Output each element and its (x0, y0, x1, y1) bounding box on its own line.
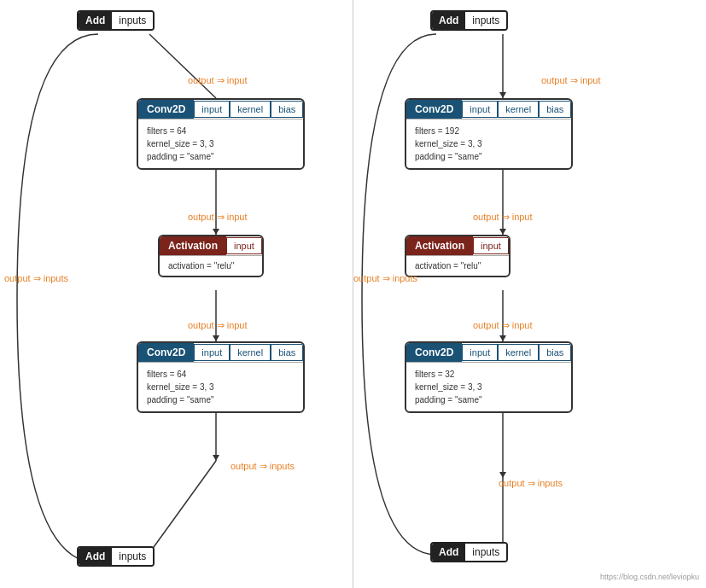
left-conv2d1-kernel-size: kernel_size = 3, 3 (147, 137, 295, 150)
right-conv2d2-input: input (462, 344, 498, 361)
left-conv2d1-filters: filters = 64 (147, 125, 295, 137)
right-conv2d-2: Conv2D input kernel bias filters = 32 ke… (405, 341, 573, 413)
left-conv2d1-bias: bias (271, 101, 303, 118)
right-svg-arrows (353, 0, 706, 588)
left-conv2d2-padding: padding = "same" (147, 393, 295, 406)
right-activation-value: activation = "relu" (415, 261, 500, 271)
left-conv2d1-padding: padding = "same" (147, 150, 295, 163)
left-conv2d2-kernel-size: kernel_size = 3, 3 (147, 381, 295, 393)
left-diagram: Add inputs output ⇒ input Conv2D input k… (0, 0, 353, 588)
left-arrow-label-4: output ⇒ inputs (230, 461, 295, 472)
right-add-top-label: Add (432, 12, 465, 29)
svg-marker-14 (499, 335, 506, 341)
svg-marker-6 (213, 455, 219, 461)
right-arrow-label-1: output ⇒ input (541, 75, 601, 86)
svg-marker-16 (499, 472, 506, 478)
left-arrow-side-label: output ⇒ inputs (4, 273, 68, 284)
right-diagram: Add inputs output ⇒ input Conv2D input k… (353, 0, 706, 588)
svg-marker-2 (213, 229, 219, 235)
svg-marker-4 (213, 335, 219, 341)
left-conv2d2-input: input (194, 344, 230, 361)
left-activation-value: activation = "relu" (168, 261, 254, 271)
right-conv2d-1: Conv2D input kernel bias filters = 192 k… (405, 98, 573, 170)
right-add-top: Add inputs (430, 10, 508, 31)
right-arrow-label-3: output ⇒ input (473, 320, 533, 331)
right-conv2d2-kernel-size: kernel_size = 3, 3 (415, 381, 563, 393)
right-conv2d1-filters: filters = 192 (415, 125, 563, 137)
right-arrow-label-4: output ⇒ inputs (499, 478, 563, 489)
right-conv2d1-bias: bias (539, 101, 571, 118)
left-arrow-label-3: output ⇒ input (188, 320, 248, 331)
left-activation-label: Activation (160, 236, 226, 255)
left-add-top-label: Add (79, 12, 112, 29)
left-conv2d2-bias: bias (271, 344, 303, 361)
left-conv2d1-input: input (194, 101, 230, 118)
right-conv2d1-kernel-size: kernel_size = 3, 3 (415, 137, 563, 150)
svg-marker-10 (499, 92, 506, 98)
right-arrow-side-label: output ⇒ inputs (353, 273, 417, 284)
left-add-top: Add inputs (77, 10, 155, 31)
right-conv2d1-label: Conv2D (406, 100, 462, 119)
diagram-container: Add inputs output ⇒ input Conv2D input k… (0, 0, 706, 588)
left-conv2d-2: Conv2D input kernel bias filters = 64 ke… (137, 341, 305, 413)
right-conv2d2-padding: padding = "same" (415, 393, 563, 406)
svg-marker-12 (499, 229, 506, 235)
right-add-bottom: Add inputs (430, 542, 508, 562)
left-arrow-label-1: output ⇒ input (188, 75, 248, 86)
svg-line-8 (149, 461, 216, 553)
right-conv2d2-bias: bias (539, 344, 571, 361)
right-add-bottom-inputs: inputs (465, 544, 506, 561)
watermark: https://blog.csdn.net/leviopku (600, 573, 699, 581)
left-conv2d2-filters: filters = 64 (147, 368, 295, 381)
right-activation-input: input (473, 237, 509, 254)
right-activation: Activation input activation = "relu" (405, 235, 511, 277)
svg-line-0 (149, 34, 216, 98)
left-conv2d2-kernel: kernel (230, 344, 271, 361)
left-arrow-label-2: output ⇒ input (188, 212, 248, 223)
right-conv2d2-label: Conv2D (406, 343, 462, 362)
right-conv2d2-filters: filters = 32 (415, 368, 563, 381)
right-add-bottom-label: Add (432, 544, 465, 561)
right-conv2d1-kernel: kernel (498, 101, 539, 118)
right-arrow-label-2: output ⇒ input (473, 212, 533, 223)
left-add-bottom-label: Add (79, 548, 112, 565)
right-conv2d2-kernel: kernel (498, 344, 539, 361)
left-svg-arrows (0, 0, 353, 588)
left-conv2d2-label: Conv2D (138, 343, 194, 362)
left-add-bottom-inputs: inputs (112, 548, 153, 565)
left-conv2d1-kernel: kernel (230, 101, 271, 118)
right-conv2d1-padding: padding = "same" (415, 150, 563, 163)
left-add-top-inputs: inputs (112, 12, 153, 29)
left-conv2d-1: Conv2D input kernel bias filters = 64 ke… (137, 98, 305, 170)
left-activation-input: input (226, 237, 262, 254)
left-add-bottom: Add inputs (77, 546, 155, 567)
left-conv2d1-label: Conv2D (138, 100, 194, 119)
right-add-top-inputs: inputs (465, 12, 506, 29)
right-activation-label: Activation (406, 236, 473, 255)
right-conv2d1-input: input (462, 101, 498, 118)
left-activation: Activation input activation = "relu" (158, 235, 264, 277)
